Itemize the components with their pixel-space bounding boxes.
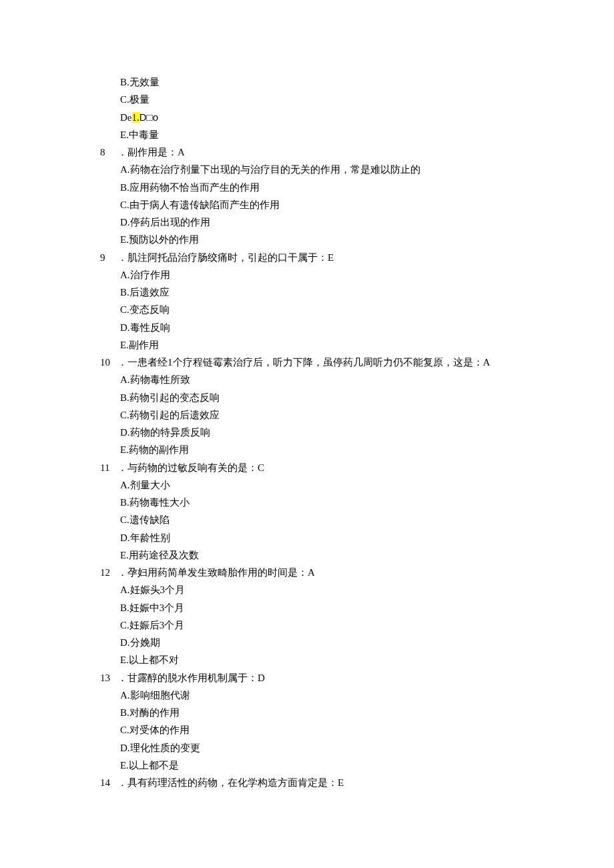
option-d-suffix: D□o — [139, 111, 158, 123]
option-d: D.分娩期 — [120, 634, 534, 651]
question-text: ．孕妇用药简单发生致畸胎作用的时间是：A — [117, 567, 315, 578]
options: A.影响细胞代谢 B.对酶的作用 C.对受体的作用 D.理化性质的变更 E.以上… — [100, 687, 534, 774]
option-e: E.以上都不对 — [120, 651, 534, 669]
option-c: C.药物引起的后遗效应 — [120, 406, 534, 424]
option-d: De1.D□o — [120, 109, 534, 126]
question-stem: 14．具有药理活性的药物，在化学构造方面肯定是：E — [100, 774, 534, 791]
option-a: A.剂量大小 — [120, 476, 534, 494]
option-c: C.遗传缺陷 — [120, 511, 534, 528]
option-e: E.以上都不是 — [120, 757, 534, 774]
option-a: A.药物毒性所致 — [120, 371, 534, 388]
question-number: 8 — [100, 143, 117, 161]
option-a: A.影响细胞代谢 — [120, 687, 534, 704]
question-stem: 10．一患者经1个疗程链霉素治疗后，听力下降，虽停药几周听力仍不能复原，这是：A — [100, 354, 534, 371]
option-d: D.理化性质的变更 — [120, 739, 534, 757]
option-a: A.治疗作用 — [120, 266, 534, 284]
question-text: ．具有药理活性的药物，在化学构造方面肯定是：E — [117, 777, 344, 788]
question-text: ．与药物的过敏反响有关的是：C — [117, 462, 264, 473]
question-10: 10．一患者经1个疗程链霉素治疗后，听力下降，虽停药几周听力仍不能复原，这是：A… — [100, 354, 534, 459]
question-number: 9 — [100, 249, 117, 266]
option-d-prefix: De — [120, 112, 132, 123]
option-e: E.用药途径及次数 — [120, 546, 534, 564]
document-page: B.无效量 C.极量 De1.D□o E.中毒量 8．副作用是：A A.药物在治… — [0, 0, 614, 845]
option-b: B.药物引起的变态反响 — [120, 389, 534, 406]
option-a: A.妊娠头3个月 — [120, 581, 534, 598]
question-text: ．一患者经1个疗程链霉素治疗后，听力下降，虽停药几周听力仍不能复原，这是：A — [117, 357, 490, 368]
option-e: E.药物的副作用 — [120, 441, 534, 458]
question-number: 12 — [100, 564, 117, 581]
option-a: A.药物在治疗剂量下出现的与治疗目的无关的作用，常是难以防止的 — [120, 161, 534, 178]
question-text: ．甘露醇的脱水作用机制属于：D — [117, 673, 265, 683]
partial-question-7-options: B.无效量 C.极量 De1.D□o E.中毒量 — [100, 73, 534, 143]
option-d: D.毒性反响 — [120, 319, 534, 336]
option-c: C.妊娠后3个月 — [120, 616, 534, 634]
question-stem: 13．甘露醇的脱水作用机制属于：D — [100, 669, 534, 687]
question-text: ．副作用是：A — [117, 147, 185, 157]
options: A.治疗作用 B.后遗效应 C.变态反响 D.毒性反响 E.副作用 — [100, 266, 534, 354]
option-d: D.药物的特异质反响 — [120, 424, 534, 441]
option-c: C.变态反响 — [120, 301, 534, 318]
question-stem: 8．副作用是：A — [100, 143, 534, 161]
question-stem: 11．与药物的过敏反响有关的是：C — [100, 459, 534, 476]
options: A.药物毒性所致 B.药物引起的变态反响 C.药物引起的后遗效应 D.药物的特异… — [100, 371, 534, 458]
question-text: ．肌注阿托品治疗肠绞痛时，引起的口干属于：E — [117, 252, 334, 263]
option-e: E.预防以外的作用 — [120, 231, 534, 248]
question-11: 11．与药物的过敏反响有关的是：C A.剂量大小 B.药物毒性大小 C.遗传缺陷… — [100, 459, 534, 564]
option-c: C.对受体的作用 — [120, 721, 534, 739]
question-number: 11 — [100, 459, 117, 476]
option-b: B.应用药物不恰当而产生的作用 — [120, 179, 534, 196]
option-b: B.无效量 — [120, 73, 534, 91]
question-14: 14．具有药理活性的药物，在化学构造方面肯定是：E — [100, 774, 534, 791]
option-c: C.由于病人有遗传缺陷而产生的作用 — [120, 196, 534, 213]
option-c: C.极量 — [120, 91, 534, 108]
question-number: 14 — [100, 774, 117, 791]
option-e: E.副作用 — [120, 336, 534, 354]
option-b: B.后遗效应 — [120, 284, 534, 301]
option-b: B.药物毒性大小 — [120, 494, 534, 511]
option-b: B.对酶的作用 — [120, 704, 534, 721]
question-9: 9．肌注阿托品治疗肠绞痛时，引起的口干属于：E A.治疗作用 B.后遗效应 C.… — [100, 249, 534, 354]
option-e: E.中毒量 — [120, 126, 534, 143]
option-d: D.停药后出现的作用 — [120, 213, 534, 231]
question-stem: 12．孕妇用药简单发生致畸胎作用的时间是：A — [100, 564, 534, 581]
question-stem: 9．肌注阿托品治疗肠绞痛时，引起的口干属于：E — [100, 249, 534, 266]
question-13: 13．甘露醇的脱水作用机制属于：D A.影响细胞代谢 B.对酶的作用 C.对受体… — [100, 669, 534, 775]
highlighted-text: 1. — [132, 112, 139, 123]
question-12: 12．孕妇用药简单发生致畸胎作用的时间是：A A.妊娠头3个月 B.妊娠中3个月… — [100, 564, 534, 669]
options: A.药物在治疗剂量下出现的与治疗目的无关的作用，常是难以防止的 B.应用药物不恰… — [100, 161, 534, 248]
question-number: 13 — [100, 669, 117, 687]
options: A.剂量大小 B.药物毒性大小 C.遗传缺陷 D.年龄性别 E.用药途径及次数 — [100, 476, 534, 564]
question-8: 8．副作用是：A A.药物在治疗剂量下出现的与治疗目的无关的作用，常是难以防止的… — [100, 143, 534, 249]
question-number: 10 — [100, 354, 117, 371]
options: A.妊娠头3个月 B.妊娠中3个月 C.妊娠后3个月 D.分娩期 E.以上都不对 — [100, 581, 534, 669]
option-d: D.年龄性别 — [120, 529, 534, 546]
option-b: B.妊娠中3个月 — [120, 599, 534, 616]
